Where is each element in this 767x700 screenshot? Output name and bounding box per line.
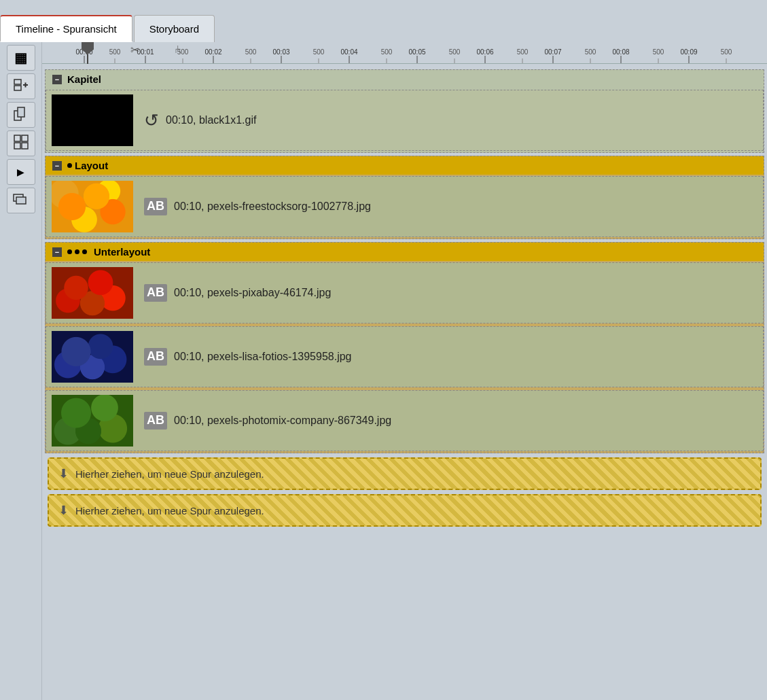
svg-text:500: 500	[585, 48, 596, 56]
layout-track-1[interactable]: AB 00:10, pexels-freestocksorg-1002778.j…	[46, 176, 764, 237]
drop-zone-2-label: Hierher ziehen, um neue Spur anzulegen.	[75, 505, 264, 517]
svg-text:00:08: 00:08	[612, 48, 629, 56]
content-area: − Kapitel ↺ 00:10, black1x1.gif	[42, 69, 767, 527]
track-5-label: 00:10, pexels-photomix-company-867349.jp…	[174, 415, 391, 427]
unterlayout-collapse[interactable]: −	[52, 247, 62, 257]
thumb-black	[52, 94, 133, 146]
timeline-area: ✂ ⑃ 00:00 00:01 00:02 00:03	[42, 42, 767, 700]
nested-layout-icon	[13, 191, 29, 211]
svg-rect-5	[18, 107, 24, 117]
track-2-label: 00:10, pexels-freestocksorg-1002778.jpg	[174, 200, 371, 213]
layout-collapse[interactable]: −	[52, 161, 62, 171]
svg-rect-8	[14, 143, 20, 149]
svg-text:500: 500	[517, 48, 529, 56]
kapitel-track-1[interactable]: ↺ 00:10, black1x1.gif	[46, 90, 764, 151]
track-2-info: AB 00:10, pexels-freestocksorg-1002778.j…	[144, 198, 371, 215]
svg-text:500: 500	[109, 48, 121, 56]
toolbar-btn-6[interactable]	[7, 188, 35, 213]
tab-timeline[interactable]: Timeline - Spuransicht	[0, 15, 132, 42]
layout-label: Layout	[75, 160, 108, 171]
svg-rect-7	[22, 135, 28, 141]
svg-text:00:06: 00:06	[476, 48, 493, 56]
kapitel-collapse[interactable]: −	[52, 75, 62, 84]
kapitel-header: − Kapitel	[46, 70, 764, 88]
svg-text:500: 500	[449, 48, 461, 56]
drop-zone-1-label: Hierher ziehen, um neue Spur anzulegen.	[75, 468, 264, 480]
track-3-label: 00:10, pexels-pixabay-46174.jpg	[174, 287, 331, 299]
toolbar-btn-3[interactable]	[7, 102, 35, 128]
svg-rect-6	[14, 135, 20, 141]
kapitel-label: Kapitel	[67, 73, 101, 85]
track-1-info: ↺ 00:10, black1x1.gif	[144, 110, 256, 131]
svg-rect-11	[16, 197, 26, 204]
thumb-blueberries	[52, 331, 133, 383]
drop-zone-1[interactable]: ⬇ Hierher ziehen, um neue Spur anzulegen…	[48, 457, 762, 490]
kapitel-section: − Kapitel ↺ 00:10, black1x1.gif	[45, 69, 764, 153]
toolbar-btn-5[interactable]: ▶	[7, 159, 35, 185]
tab-storyboard[interactable]: Storyboard	[134, 15, 215, 42]
track-4-thumbnail	[52, 331, 133, 383]
svg-rect-9	[22, 143, 28, 149]
thumb-oranges	[52, 181, 133, 232]
unterlayout-section: − Unterlayout AB 00:10, pexels-pix	[45, 242, 764, 453]
unterlayout-track-1[interactable]: AB 00:10, pexels-pixabay-46174.jpg	[46, 262, 764, 323]
svg-rect-0	[14, 80, 21, 84]
track-1-thumbnail	[52, 94, 133, 146]
tab-storyboard-label: Storyboard	[149, 23, 199, 35]
play-icon: ▶	[17, 167, 24, 177]
drop-zone-2[interactable]: ⬇ Hierher ziehen, um neue Spur anzulegen…	[48, 494, 762, 527]
grid-icon: ▦	[14, 50, 27, 66]
svg-text:00:07: 00:07	[544, 48, 561, 56]
track-4-info: AB 00:10, pexels-lisa-fotios-1395958.jpg	[144, 348, 352, 366]
unterlayout-dot3	[82, 249, 87, 254]
track-3-info: AB 00:10, pexels-pixabay-46174.jpg	[144, 284, 331, 302]
toolbar-btn-1[interactable]: ▦	[7, 45, 35, 71]
track-4-label: 00:10, pexels-lisa-fotios-1395958.jpg	[174, 351, 352, 363]
thumb-kiwi	[52, 395, 133, 447]
add-track-icon	[13, 77, 29, 97]
main-area: ▦	[0, 42, 767, 700]
svg-text:00:03: 00:03	[272, 48, 289, 56]
scroll-content[interactable]: − Kapitel ↺ 00:10, black1x1.gif	[42, 67, 767, 700]
svg-text:500: 500	[721, 48, 732, 56]
svg-text:00:01: 00:01	[137, 48, 154, 56]
toolbar-btn-2[interactable]	[7, 73, 35, 99]
thumb-strawberries	[52, 267, 133, 319]
track-1-label: 00:10, black1x1.gif	[166, 114, 256, 126]
unterlayout-track-2[interactable]: AB 00:10, pexels-lisa-fotios-1395958.jpg	[46, 326, 764, 387]
layout-header: − Layout	[46, 156, 764, 175]
track-4-icon: AB	[144, 348, 167, 366]
track-5-info: AB 00:10, pexels-photomix-company-867349…	[144, 412, 391, 430]
svg-text:500: 500	[381, 48, 393, 56]
layout-icon	[13, 134, 29, 154]
ruler: ✂ ⑃ 00:00 00:01 00:02 00:03	[42, 42, 767, 64]
tab-timeline-label: Timeline - Spuransicht	[16, 23, 117, 35]
svg-text:00:04: 00:04	[340, 48, 357, 56]
svg-rect-1	[14, 86, 21, 90]
left-toolbar: ▦	[0, 42, 42, 700]
svg-text:500: 500	[313, 48, 325, 56]
svg-text:500: 500	[177, 48, 189, 56]
unterlayout-header: − Unterlayout	[46, 243, 764, 261]
track-5-thumbnail	[52, 395, 133, 447]
track-3-thumbnail	[52, 267, 133, 319]
copy-icon	[13, 105, 29, 125]
svg-text:500: 500	[245, 48, 257, 56]
layout-dot	[67, 163, 72, 168]
unterlayout-dot2	[75, 249, 79, 254]
svg-text:500: 500	[653, 48, 664, 56]
svg-text:00:05: 00:05	[408, 48, 425, 56]
track-2-thumbnail	[52, 181, 133, 232]
toolbar-btn-4[interactable]	[7, 130, 35, 156]
drop-arrow-2: ⬇	[58, 503, 69, 518]
unterlayout-label: Unterlayout	[94, 246, 150, 258]
ruler-svg: 00:00 00:01 00:02 00:03 00:04 00:05	[42, 42, 767, 63]
track-3-icon: AB	[144, 284, 167, 302]
tab-bar: Timeline - Spuransicht Storyboard	[0, 0, 767, 42]
unterlayout-track-3[interactable]: AB 00:10, pexels-photomix-company-867349…	[46, 390, 764, 451]
unterlayout-dot1	[67, 249, 72, 254]
drop-arrow-1: ⬇	[58, 466, 69, 481]
track-2-icon: AB	[144, 198, 167, 215]
layout-section: − Layout AB 00:10, pexels-freestocksorg-…	[45, 156, 764, 239]
track-1-icon: ↺	[144, 110, 159, 131]
